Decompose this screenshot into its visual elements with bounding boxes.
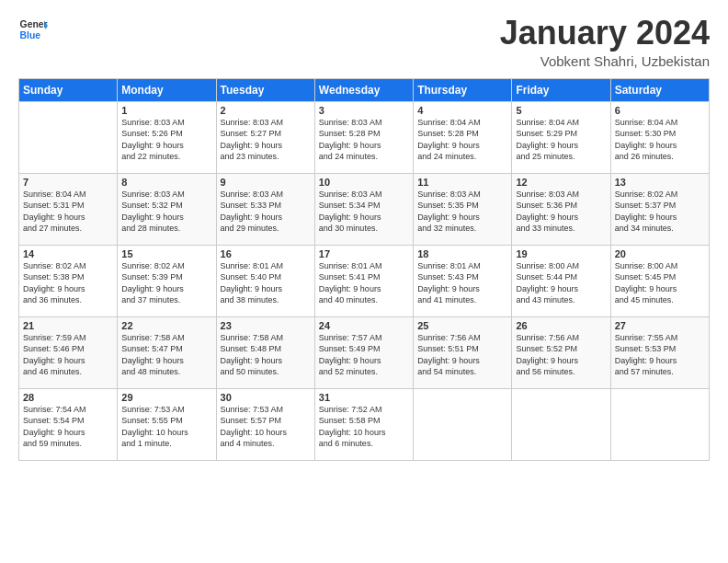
calendar-day: 26Sunrise: 7:56 AM Sunset: 5:52 PM Dayli…: [512, 316, 610, 388]
page-header: General Blue January 2024 Vobkent Shahri…: [18, 15, 710, 69]
day-info: Sunrise: 7:53 AM Sunset: 5:57 PM Dayligh…: [221, 404, 311, 450]
day-number: 30: [221, 392, 311, 403]
calendar-day: 25Sunrise: 7:56 AM Sunset: 5:51 PM Dayli…: [414, 316, 512, 388]
day-info: Sunrise: 7:52 AM Sunset: 5:58 PM Dayligh…: [319, 404, 409, 450]
day-info: Sunrise: 8:02 AM Sunset: 5:37 PM Dayligh…: [615, 189, 705, 235]
day-info: Sunrise: 8:03 AM Sunset: 5:26 PM Dayligh…: [121, 117, 211, 163]
day-info: Sunrise: 8:04 AM Sunset: 5:29 PM Dayligh…: [516, 117, 606, 163]
calendar-day: 23Sunrise: 7:58 AM Sunset: 5:48 PM Dayli…: [216, 316, 314, 388]
day-number: 22: [121, 320, 211, 331]
day-number: 18: [417, 248, 507, 259]
col-wednesday: Wednesday: [314, 78, 413, 101]
calendar-day: 3Sunrise: 8:03 AM Sunset: 5:28 PM Daylig…: [314, 101, 413, 173]
header-row: Sunday Monday Tuesday Wednesday Thursday…: [19, 78, 710, 101]
day-number: 9: [221, 177, 311, 188]
day-info: Sunrise: 8:01 AM Sunset: 5:41 PM Dayligh…: [319, 260, 409, 306]
day-number: 16: [221, 248, 311, 259]
calendar-day: 11Sunrise: 8:03 AM Sunset: 5:35 PM Dayli…: [414, 173, 512, 245]
day-number: 13: [615, 177, 705, 188]
col-tuesday: Tuesday: [216, 78, 314, 101]
day-number: 24: [319, 320, 409, 331]
calendar-day: 19Sunrise: 8:00 AM Sunset: 5:44 PM Dayli…: [512, 245, 610, 316]
col-thursday: Thursday: [414, 78, 512, 101]
calendar-day: 24Sunrise: 7:57 AM Sunset: 5:49 PM Dayli…: [314, 316, 413, 388]
calendar-day: 1Sunrise: 8:03 AM Sunset: 5:26 PM Daylig…: [118, 101, 216, 173]
day-number: 1: [121, 105, 211, 116]
day-number: 4: [417, 105, 507, 116]
calendar-table: Sunday Monday Tuesday Wednesday Thursday…: [18, 78, 710, 461]
calendar-day: 5Sunrise: 8:04 AM Sunset: 5:29 PM Daylig…: [512, 101, 610, 173]
calendar-day: 20Sunrise: 8:00 AM Sunset: 5:45 PM Dayli…: [610, 245, 709, 316]
logo: General Blue: [18, 15, 48, 44]
day-number: 26: [516, 320, 606, 331]
day-info: Sunrise: 8:03 AM Sunset: 5:27 PM Dayligh…: [221, 117, 311, 163]
day-number: 31: [319, 392, 409, 403]
day-number: 17: [319, 248, 409, 259]
day-info: Sunrise: 7:53 AM Sunset: 5:55 PM Dayligh…: [121, 404, 211, 450]
calendar-day: [512, 388, 610, 460]
day-number: 2: [221, 105, 311, 116]
day-info: Sunrise: 8:00 AM Sunset: 5:44 PM Dayligh…: [516, 260, 606, 306]
calendar-day: 7Sunrise: 8:04 AM Sunset: 5:31 PM Daylig…: [19, 173, 118, 245]
calendar-week-4: 21Sunrise: 7:59 AM Sunset: 5:46 PM Dayli…: [19, 316, 710, 388]
calendar-day: 15Sunrise: 8:02 AM Sunset: 5:39 PM Dayli…: [118, 245, 216, 316]
day-info: Sunrise: 7:54 AM Sunset: 5:54 PM Dayligh…: [23, 404, 113, 450]
calendar-day: [610, 388, 709, 460]
calendar-day: 28Sunrise: 7:54 AM Sunset: 5:54 PM Dayli…: [19, 388, 118, 460]
month-title: January 2024: [500, 15, 710, 52]
day-info: Sunrise: 8:03 AM Sunset: 5:34 PM Dayligh…: [319, 189, 409, 235]
calendar-week-1: 1Sunrise: 8:03 AM Sunset: 5:26 PM Daylig…: [19, 101, 710, 173]
day-info: Sunrise: 7:57 AM Sunset: 5:49 PM Dayligh…: [319, 332, 409, 378]
day-info: Sunrise: 8:03 AM Sunset: 5:28 PM Dayligh…: [319, 117, 409, 163]
day-number: 5: [516, 105, 606, 116]
calendar-day: 27Sunrise: 7:55 AM Sunset: 5:53 PM Dayli…: [610, 316, 709, 388]
calendar-day: 31Sunrise: 7:52 AM Sunset: 5:58 PM Dayli…: [314, 388, 413, 460]
day-info: Sunrise: 8:03 AM Sunset: 5:35 PM Dayligh…: [417, 189, 507, 235]
day-info: Sunrise: 8:04 AM Sunset: 5:28 PM Dayligh…: [417, 117, 507, 163]
day-info: Sunrise: 8:03 AM Sunset: 5:36 PM Dayligh…: [516, 189, 606, 235]
day-info: Sunrise: 8:04 AM Sunset: 5:31 PM Dayligh…: [23, 189, 113, 235]
calendar-day: [19, 101, 118, 173]
title-block: January 2024 Vobkent Shahri, Uzbekistan: [500, 15, 710, 69]
day-number: 6: [615, 105, 705, 116]
day-number: 19: [516, 248, 606, 259]
day-info: Sunrise: 7:59 AM Sunset: 5:46 PM Dayligh…: [23, 332, 113, 378]
day-number: 3: [319, 105, 409, 116]
svg-text:General: General: [20, 19, 48, 29]
calendar-day: 21Sunrise: 7:59 AM Sunset: 5:46 PM Dayli…: [19, 316, 118, 388]
calendar-day: 29Sunrise: 7:53 AM Sunset: 5:55 PM Dayli…: [118, 388, 216, 460]
calendar-day: 16Sunrise: 8:01 AM Sunset: 5:40 PM Dayli…: [216, 245, 314, 316]
day-info: Sunrise: 8:03 AM Sunset: 5:32 PM Dayligh…: [121, 189, 211, 235]
day-info: Sunrise: 8:02 AM Sunset: 5:38 PM Dayligh…: [23, 260, 113, 306]
calendar-day: [414, 388, 512, 460]
day-number: 29: [121, 392, 211, 403]
day-number: 7: [23, 177, 113, 188]
day-number: 10: [319, 177, 409, 188]
day-number: 11: [417, 177, 507, 188]
day-info: Sunrise: 7:56 AM Sunset: 5:51 PM Dayligh…: [417, 332, 507, 378]
calendar-day: 9Sunrise: 8:03 AM Sunset: 5:33 PM Daylig…: [216, 173, 314, 245]
day-info: Sunrise: 8:00 AM Sunset: 5:45 PM Dayligh…: [615, 260, 705, 306]
col-friday: Friday: [512, 78, 610, 101]
calendar-day: 17Sunrise: 8:01 AM Sunset: 5:41 PM Dayli…: [314, 245, 413, 316]
calendar-day: 6Sunrise: 8:04 AM Sunset: 5:30 PM Daylig…: [610, 101, 709, 173]
calendar-day: 12Sunrise: 8:03 AM Sunset: 5:36 PM Dayli…: [512, 173, 610, 245]
day-info: Sunrise: 7:58 AM Sunset: 5:47 PM Dayligh…: [121, 332, 211, 378]
calendar-day: 4Sunrise: 8:04 AM Sunset: 5:28 PM Daylig…: [414, 101, 512, 173]
day-number: 21: [23, 320, 113, 331]
day-info: Sunrise: 8:01 AM Sunset: 5:40 PM Dayligh…: [221, 260, 311, 306]
calendar-week-2: 7Sunrise: 8:04 AM Sunset: 5:31 PM Daylig…: [19, 173, 710, 245]
calendar-day: 14Sunrise: 8:02 AM Sunset: 5:38 PM Dayli…: [19, 245, 118, 316]
calendar-week-5: 28Sunrise: 7:54 AM Sunset: 5:54 PM Dayli…: [19, 388, 710, 460]
day-info: Sunrise: 7:56 AM Sunset: 5:52 PM Dayligh…: [516, 332, 606, 378]
day-info: Sunrise: 7:55 AM Sunset: 5:53 PM Dayligh…: [615, 332, 705, 378]
day-number: 12: [516, 177, 606, 188]
calendar-day: 2Sunrise: 8:03 AM Sunset: 5:27 PM Daylig…: [216, 101, 314, 173]
day-info: Sunrise: 8:04 AM Sunset: 5:30 PM Dayligh…: [615, 117, 705, 163]
day-number: 25: [417, 320, 507, 331]
location-subtitle: Vobkent Shahri, Uzbekistan: [500, 53, 710, 69]
calendar-day: 18Sunrise: 8:01 AM Sunset: 5:43 PM Dayli…: [414, 245, 512, 316]
calendar-day: 8Sunrise: 8:03 AM Sunset: 5:32 PM Daylig…: [118, 173, 216, 245]
day-number: 27: [615, 320, 705, 331]
day-number: 20: [615, 248, 705, 259]
